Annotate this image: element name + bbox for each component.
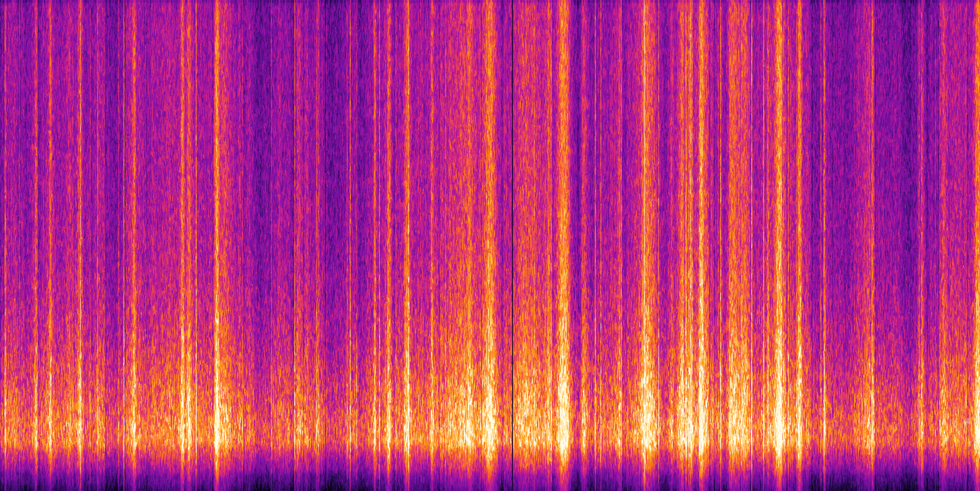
spectrogram-canvas xyxy=(0,0,980,491)
spectrogram-view xyxy=(0,0,980,491)
